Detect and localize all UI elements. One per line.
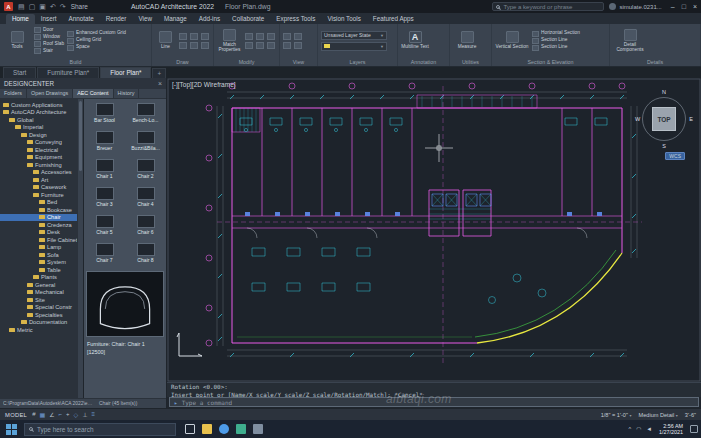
- app-logo-icon[interactable]: A: [4, 2, 13, 11]
- ribbon-button[interactable]: Stair: [34, 48, 64, 54]
- tree-item[interactable]: Electrical: [0, 146, 77, 154]
- tree-item[interactable]: Plants: [0, 274, 77, 282]
- ribbon-button[interactable]: Enhanced Custom Grid: [67, 31, 126, 37]
- multiline-text-button[interactable]: AMultiline Text: [401, 31, 429, 49]
- designcenter-tab[interactable]: Open Drawings: [27, 89, 73, 98]
- panel-label[interactable]: Draw: [152, 57, 213, 66]
- tree-item[interactable]: Art: [0, 176, 77, 184]
- tools-button[interactable]: Tools: [3, 31, 31, 49]
- tray-icon[interactable]: ◠: [636, 426, 641, 432]
- quick-access-icon[interactable]: ▤: [18, 3, 25, 11]
- viewport-controls[interactable]: [-][Top][2D Wireframe]: [172, 81, 236, 88]
- display-configuration-dropdown[interactable]: Medium Detail ▾: [639, 412, 678, 418]
- zoom-icon[interactable]: [294, 33, 302, 40]
- statusbar-toggle[interactable]: ◇: [74, 411, 79, 418]
- file-tab[interactable]: Furniture Plan*: [37, 67, 99, 78]
- ribbon-button[interactable]: Window: [34, 34, 64, 40]
- designcenter-tab[interactable]: History: [114, 89, 140, 98]
- circle-icon[interactable]: [190, 33, 198, 40]
- ribbon-button[interactable]: Space: [67, 45, 126, 51]
- task-view-icon[interactable]: [185, 424, 195, 434]
- ribbon-button[interactable]: Horizontal Section: [532, 31, 580, 37]
- mirror-icon[interactable]: [245, 42, 253, 49]
- panel-label[interactable]: Details: [610, 57, 700, 66]
- close-icon[interactable]: ×: [158, 80, 162, 87]
- content-item[interactable]: Chair 8: [125, 241, 166, 269]
- store-icon[interactable]: [236, 424, 246, 434]
- ribbon-tab[interactable]: Manage: [158, 14, 193, 24]
- new-tab-button[interactable]: +: [152, 68, 166, 78]
- content-item[interactable]: Chair 3: [84, 185, 125, 213]
- tree-item[interactable]: Furnishing: [0, 161, 77, 169]
- quick-access-icon[interactable]: ▣: [39, 3, 46, 11]
- tree-item[interactable]: Custom Applications: [0, 101, 77, 109]
- tree-item[interactable]: Desk: [0, 229, 77, 237]
- layer-state-dropdown[interactable]: Unsaved Layer State▼: [321, 31, 387, 40]
- rotate-icon[interactable]: [267, 33, 275, 40]
- ribbon-tab[interactable]: Featured Apps: [367, 14, 420, 24]
- content-item[interactable]: Chair 1: [84, 157, 125, 185]
- annotation-scale-dropdown[interactable]: 1/8" = 1'-0" ▾: [601, 412, 632, 418]
- tree-item[interactable]: File Cabinet: [0, 236, 77, 244]
- line-button[interactable]: Line: [155, 31, 176, 49]
- panel-label[interactable]: View: [280, 57, 317, 66]
- notification-icon[interactable]: [690, 425, 698, 433]
- content-item[interactable]: Chair 2: [125, 157, 166, 185]
- designcenter-tab[interactable]: AEC Content: [73, 89, 113, 98]
- detail-components-button[interactable]: Detail Components: [613, 29, 647, 52]
- ribbon-tab[interactable]: Vision Tools: [321, 14, 366, 24]
- tree-item[interactable]: Chair: [0, 214, 77, 222]
- ribbon-button[interactable]: Door: [34, 27, 64, 33]
- tree-item[interactable]: Special Constr: [0, 304, 77, 312]
- viewcube[interactable]: N S W E TOP: [635, 90, 693, 148]
- tree-item[interactable]: Design: [0, 131, 77, 139]
- tree-item[interactable]: Bookcase: [0, 206, 77, 214]
- tray-icon[interactable]: ◄: [646, 426, 652, 432]
- ribbon-button[interactable]: Roof Slab: [34, 41, 64, 47]
- close-button[interactable]: ×: [693, 3, 697, 10]
- ribbon-tab[interactable]: Annotate: [63, 14, 100, 24]
- tree-item[interactable]: AutoCAD Architecture: [0, 109, 77, 117]
- drawing-canvas[interactable]: [-][Top][2D Wireframe]: [167, 78, 701, 382]
- tree-scrollbar[interactable]: [78, 99, 83, 398]
- panel-label[interactable]: Modify: [214, 57, 279, 66]
- tree-item[interactable]: Table: [0, 266, 77, 274]
- views-icon[interactable]: [294, 42, 302, 49]
- tree-item[interactable]: Accessories: [0, 169, 77, 177]
- tree-item[interactable]: Global: [0, 116, 77, 124]
- file-tab[interactable]: Floor Plan*: [100, 67, 151, 78]
- panel-label[interactable]: Layers: [318, 57, 397, 66]
- content-item[interactable]: Chair 4: [125, 185, 166, 213]
- statusbar-toggle[interactable]: ⌐: [59, 411, 63, 418]
- tree-item[interactable]: Site: [0, 296, 77, 304]
- trim-icon[interactable]: [256, 42, 264, 49]
- model-space-button[interactable]: MODEL: [5, 412, 27, 418]
- match-properties-button[interactable]: Match Properties: [217, 29, 242, 52]
- panel-label[interactable]: Section & Elevation: [492, 57, 609, 66]
- tree-item[interactable]: Imperial: [0, 124, 77, 132]
- quick-access-icon[interactable]: ▢: [29, 3, 36, 11]
- tree-item[interactable]: Bed: [0, 199, 77, 207]
- tree-item[interactable]: Sofa: [0, 251, 77, 259]
- viewcube-top-face[interactable]: TOP: [652, 107, 676, 131]
- tree-item[interactable]: Conveying: [0, 139, 77, 147]
- content-item[interactable]: Breuer: [84, 129, 125, 157]
- tree-item[interactable]: System: [0, 259, 77, 267]
- help-search-input[interactable]: Type a keyword or phrase: [492, 2, 604, 11]
- ribbon-button[interactable]: Section Line: [532, 45, 580, 51]
- designcenter-tab[interactable]: Folders: [0, 89, 27, 98]
- ribbon-tab[interactable]: Home: [6, 14, 35, 24]
- statusbar-toggle[interactable]: ⊥: [82, 411, 87, 418]
- statusbar-toggle[interactable]: #: [32, 411, 35, 418]
- floor-plan-drawing[interactable]: [167, 78, 701, 382]
- tree-item[interactable]: General: [0, 281, 77, 289]
- taskbar-search-input[interactable]: Type here to search: [24, 423, 176, 436]
- wcs-dropdown[interactable]: WCS: [665, 152, 685, 160]
- content-item[interactable]: Bar Stool: [84, 101, 125, 129]
- ribbon-button[interactable]: Section Line: [532, 38, 580, 44]
- ribbon-tab[interactable]: Add-ins: [193, 14, 226, 24]
- pan-icon[interactable]: [283, 33, 291, 40]
- tree-item[interactable]: Lamp: [0, 244, 77, 252]
- maximize-button[interactable]: □: [682, 3, 686, 10]
- hatch-icon[interactable]: [190, 42, 198, 49]
